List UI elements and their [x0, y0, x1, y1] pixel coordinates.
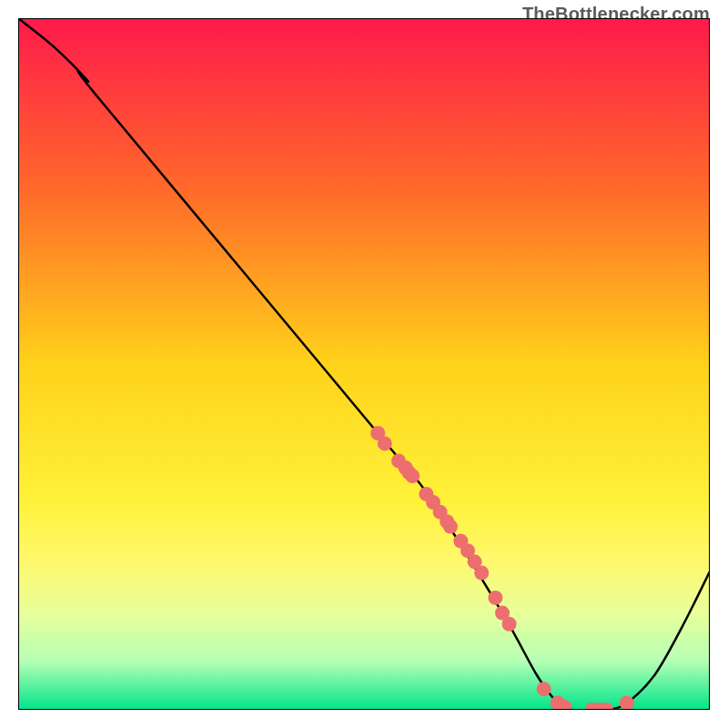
curve-marker — [474, 566, 489, 581]
gradient-background — [18, 18, 710, 710]
curve-marker — [620, 695, 634, 710]
curve-marker — [405, 469, 420, 483]
curve-marker — [502, 617, 517, 632]
chart-svg — [18, 18, 710, 710]
chart-stage: TheBottlenecker.com — [0, 0, 728, 728]
curve-marker — [443, 520, 458, 534]
curve-marker — [488, 591, 502, 605]
curve-marker — [537, 682, 551, 696]
curve-marker — [378, 436, 392, 450]
